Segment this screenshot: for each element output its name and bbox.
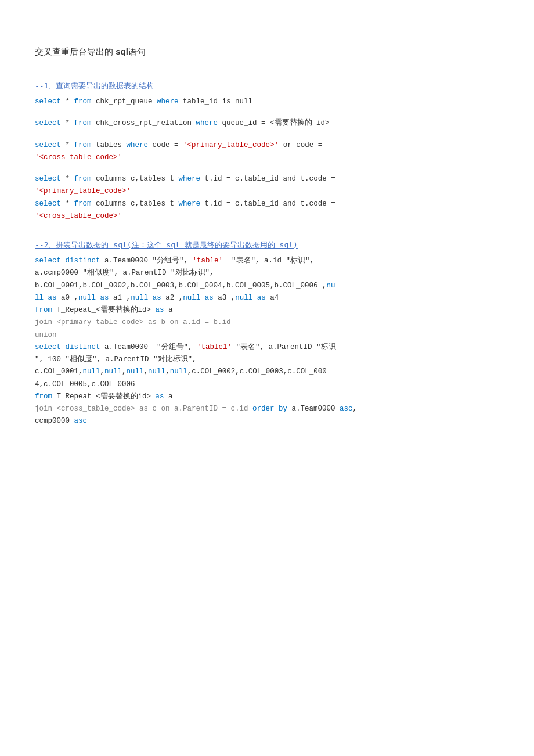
section-1: --1、查询需要导出的数据表的结构 select * from chk_rpt_… xyxy=(35,81,499,222)
section-1-title: --1、查询需要导出的数据表的结构 xyxy=(35,81,499,91)
section-2: --2、拼装导出数据的 sql(注：这个 sql 就是最终的要导出数据用的 sq… xyxy=(35,240,499,428)
code-block-5: select distinct a.Team0000 "分组号", 'table… xyxy=(35,255,499,428)
code-block-4: select * from columns c,tables t where t… xyxy=(35,173,499,222)
code-block-3: select * from tables where code = '<prim… xyxy=(35,139,499,164)
page-title: 交叉查重后台导出的 sql语句 xyxy=(35,46,499,57)
section-2-title: --2、拼装导出数据的 sql(注：这个 sql 就是最终的要导出数据用的 sq… xyxy=(35,240,499,250)
code-block-2: select * from chk_cross_rpt_relation whe… xyxy=(35,117,499,129)
code-block-1: select * from chk_rpt_queue where table_… xyxy=(35,96,499,108)
